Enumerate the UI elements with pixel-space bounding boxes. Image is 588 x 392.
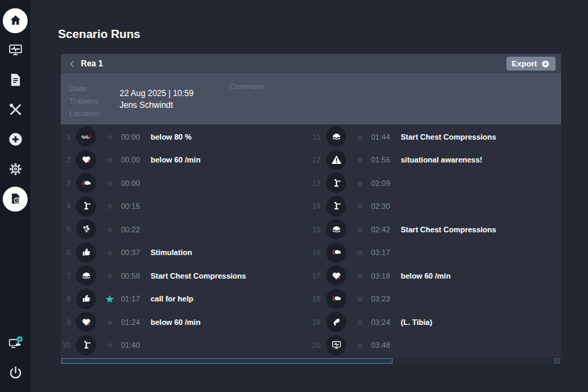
ventilation-icon bbox=[326, 289, 346, 309]
event-number: 5 bbox=[61, 225, 70, 234]
event-row[interactable]: 4★00:15 bbox=[61, 195, 311, 218]
event-row[interactable]: 18★03:23 bbox=[311, 288, 561, 311]
star-icon[interactable]: ★ bbox=[354, 154, 366, 165]
export-button-label: Export bbox=[512, 59, 537, 68]
trainers-value: Jens Schwindt bbox=[120, 100, 193, 111]
event-time: 00:00 bbox=[121, 133, 144, 141]
sidebar-item-tools[interactable] bbox=[0, 95, 30, 124]
event-text: Start Chest Compressions bbox=[401, 225, 496, 234]
event-row[interactable]: 20★03:48 bbox=[311, 334, 561, 357]
event-list: 1SpO2★00:00below 80 %2★00:00below 60 /mi… bbox=[61, 124, 561, 357]
star-icon[interactable]: ★ bbox=[104, 292, 115, 306]
star-icon[interactable]: ★ bbox=[104, 200, 115, 212]
event-row[interactable]: 16★03:17 bbox=[311, 241, 561, 265]
event-time: 03:18 bbox=[371, 272, 394, 280]
details-labels: Date: Trainers: Location: bbox=[69, 82, 102, 120]
event-row[interactable]: 13★02:09 bbox=[311, 171, 561, 195]
sidebar-item-simulator-status[interactable] bbox=[0, 328, 30, 358]
event-row[interactable]: 15★02:42Start Chest Compressions bbox=[311, 218, 561, 241]
add-circle-icon bbox=[7, 131, 23, 148]
event-time: 00:22 bbox=[121, 225, 144, 234]
event-number: 11 bbox=[311, 133, 321, 141]
chest-compressions-icon bbox=[326, 219, 346, 239]
event-row[interactable]: 1SpO2★00:00below 80 % bbox=[61, 125, 311, 149]
event-text: Start Chest Compressions bbox=[401, 133, 496, 141]
star-icon[interactable]: ★ bbox=[104, 224, 115, 235]
event-number: 2 bbox=[61, 156, 70, 164]
event-row[interactable]: 14★02:30 bbox=[311, 195, 561, 218]
event-time: 03:48 bbox=[371, 341, 394, 349]
back-button[interactable]: Rea 1 bbox=[68, 59, 103, 68]
laryngoscope-icon bbox=[326, 173, 346, 193]
event-column-right: 11★01:44Start Chest Compressions12★01:56… bbox=[311, 124, 561, 357]
star-icon[interactable]: ★ bbox=[354, 339, 366, 351]
event-text: below 80 % bbox=[151, 133, 191, 141]
star-icon[interactable]: ★ bbox=[354, 178, 366, 189]
star-icon[interactable]: ★ bbox=[104, 247, 115, 258]
star-icon[interactable]: ★ bbox=[354, 317, 366, 328]
star-icon[interactable]: ★ bbox=[354, 224, 366, 235]
sidebar-item-scenario-runs[interactable] bbox=[0, 184, 30, 214]
sidebar-item-power[interactable] bbox=[0, 358, 30, 388]
spo2-drop-icon: SpO2 bbox=[76, 127, 96, 147]
event-text: below 60 /min bbox=[151, 156, 200, 164]
event-number: 3 bbox=[61, 179, 70, 187]
trainers-label: Trainers: bbox=[69, 95, 102, 107]
event-time: 01:56 bbox=[371, 156, 394, 164]
scenario-report-icon bbox=[3, 187, 28, 212]
star-icon[interactable]: ★ bbox=[104, 178, 115, 189]
star-icon[interactable]: ★ bbox=[354, 247, 366, 258]
event-row[interactable]: 6★00:37Stimulation bbox=[61, 241, 311, 265]
event-row[interactable]: 10★01:40 bbox=[61, 334, 311, 357]
star-icon[interactable]: ★ bbox=[104, 317, 115, 328]
event-text: Start Chest Compressions bbox=[151, 272, 246, 280]
event-number: 7 bbox=[61, 272, 70, 280]
event-row[interactable]: 7★00:58Start Chest Compressions bbox=[61, 264, 311, 288]
scrollbar-thumb[interactable] bbox=[61, 358, 392, 364]
io-drill-icon bbox=[326, 312, 346, 332]
run-details: Date: Trainers: Location: 22 Aug 2025 | … bbox=[61, 73, 561, 124]
sidebar-item-add[interactable] bbox=[0, 124, 30, 154]
event-row[interactable]: 8★01:17call for help bbox=[61, 288, 311, 311]
sidebar-item-monitor[interactable] bbox=[0, 35, 30, 65]
horizontal-scrollbar[interactable] bbox=[61, 357, 561, 364]
event-row[interactable]: 12★01:56situational awareness! bbox=[311, 149, 561, 172]
event-row[interactable]: 5★00:22 bbox=[61, 218, 311, 241]
details-values: 22 Aug 2025 | 10:59 Jens Schwindt bbox=[120, 88, 193, 111]
star-icon[interactable]: ★ bbox=[354, 200, 366, 212]
event-row[interactable]: 19★03:24(L. Tibia) bbox=[311, 310, 561, 334]
event-row[interactable]: 17★03:18below 60 /min bbox=[311, 264, 561, 288]
star-icon[interactable]: ★ bbox=[104, 270, 115, 281]
laryngoscope-icon bbox=[76, 196, 96, 216]
export-button[interactable]: Export bbox=[506, 57, 556, 71]
scrollbar-right-button[interactable] bbox=[554, 358, 560, 364]
sidebar-item-settings[interactable] bbox=[0, 154, 30, 184]
ventilation-icon bbox=[326, 243, 346, 263]
event-row[interactable]: 2★00:00below 60 /min bbox=[61, 149, 311, 172]
star-icon[interactable]: ★ bbox=[354, 293, 366, 304]
power-icon bbox=[7, 365, 23, 382]
star-icon[interactable]: ★ bbox=[104, 154, 115, 165]
event-row[interactable]: 3★00:00 bbox=[61, 171, 311, 195]
event-row[interactable]: 9★01:24below 60 /min bbox=[61, 310, 311, 334]
chest-compressions-icon bbox=[326, 127, 346, 147]
location-label: Location: bbox=[69, 107, 102, 120]
star-icon[interactable]: ★ bbox=[104, 339, 115, 351]
star-icon[interactable]: ★ bbox=[104, 131, 115, 142]
sidebar-item-home[interactable] bbox=[0, 6, 30, 35]
event-time: 03:23 bbox=[371, 295, 394, 303]
star-icon[interactable]: ★ bbox=[354, 270, 366, 281]
sidebar-item-documents[interactable] bbox=[0, 65, 30, 95]
run-name: Rea 1 bbox=[81, 59, 103, 68]
sidebar-top-group bbox=[0, 6, 30, 214]
event-number: 19 bbox=[311, 318, 321, 326]
event-text: Stimulation bbox=[151, 248, 192, 256]
event-number: 8 bbox=[61, 295, 70, 303]
star-icon[interactable]: ★ bbox=[354, 131, 366, 142]
event-time: 01:17 bbox=[121, 295, 144, 303]
settings-gear-icon bbox=[7, 161, 23, 178]
heart-rate-drop-icon bbox=[76, 150, 96, 170]
event-text: below 60 /min bbox=[401, 272, 451, 280]
event-number: 12 bbox=[311, 156, 321, 164]
event-row[interactable]: 11★01:44Start Chest Compressions bbox=[311, 125, 561, 149]
